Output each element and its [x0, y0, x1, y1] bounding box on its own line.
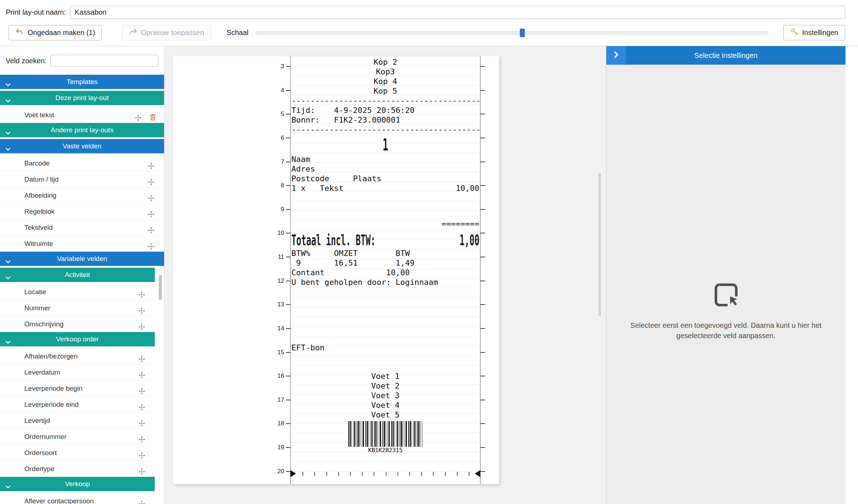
resize-handle-right[interactable] [475, 470, 480, 477]
section-this-layout-label: Deze print lay-out [55, 94, 109, 102]
section-this-layout[interactable]: Deze print lay-out [0, 91, 164, 105]
receipt-line[interactable]: ---------------------------------------- [291, 125, 480, 134]
section-variable-fields[interactable]: Variabele velden [0, 252, 164, 266]
ruler-tick [480, 328, 487, 352]
receipt-line[interactable]: 9 16,51 1,49 [291, 258, 480, 268]
section-sales-order[interactable]: Verkoop order [0, 332, 155, 346]
field-item[interactable]: Aflever contactpersoon [0, 493, 155, 504]
receipt-line[interactable]: Kop 2 [291, 57, 480, 67]
receipt-line[interactable]: Kop 4 [291, 76, 480, 86]
undo-button[interactable]: Ongedaan maken (1) [9, 25, 102, 40]
receipt-line[interactable]: Tijd: 4-9-2025 20:56:20 [291, 105, 480, 115]
ruler-tick [480, 257, 487, 281]
field-item[interactable]: Ordernummer [0, 429, 155, 445]
receipt-total-line[interactable]: Totaal incl. BTW: 1,00 [291, 229, 480, 248]
field-item[interactable]: Ordersoort [0, 445, 155, 461]
receipt-btw-block[interactable]: BTW% OMZET BTW 9 16,51 1,49 Contant 10,0… [291, 248, 480, 287]
receipt-line[interactable]: BTW% OMZET BTW [291, 248, 480, 258]
section-other-layouts[interactable]: Andere print lay-outs [0, 123, 164, 137]
layout-field-item[interactable]: Voet tekst [0, 107, 164, 123]
field-item[interactable]: Leverdatum [0, 364, 155, 380]
field-item-label: Locatie [0, 288, 46, 296]
bottom-ruler [291, 472, 480, 476]
receipt-line[interactable]: Kop 5 [291, 86, 480, 96]
section-fixed-fields[interactable]: Vaste velden [0, 139, 164, 153]
field-item[interactable]: Ordertype [0, 461, 155, 477]
receipt-eft-line[interactable]: EFT-bon [291, 343, 480, 352]
field-item[interactable]: Levertijd [0, 412, 155, 429]
section-activity[interactable]: Activiteit [0, 268, 155, 282]
redo-button[interactable]: Opnieuw toepassen [122, 25, 211, 40]
move-icon[interactable] [138, 497, 146, 504]
section-fixed-fields-label: Vaste velden [63, 142, 101, 150]
receipt-big-number[interactable]: 1 [291, 134, 480, 154]
field-item[interactable]: Locatie [0, 284, 155, 300]
field-item[interactable]: Barcode [0, 155, 164, 171]
settings-label: Instellingen [802, 29, 838, 37]
ruler-tick [480, 138, 487, 162]
field-search-input[interactable] [50, 55, 158, 67]
receipt-line[interactable]: Naam [291, 154, 480, 164]
field-item[interactable]: Omschrijving [0, 316, 155, 332]
receipt-line[interactable]: Voet 2 [291, 381, 480, 391]
ruler-tick [480, 90, 487, 114]
receipt-line[interactable]: ---------------------------------------- [291, 96, 480, 105]
resize-handle-left[interactable] [290, 470, 296, 477]
field-item[interactable]: Leverperiode begin [0, 380, 155, 396]
receipt-address-block[interactable]: Naam Adres Postcode Plaats [291, 154, 480, 183]
ruler-tick [480, 424, 487, 448]
receipt-line[interactable]: Postcode Plaats [291, 174, 480, 183]
section-other-layouts-label: Andere print lay-outs [51, 126, 113, 134]
settings-button[interactable]: Instellingen [783, 25, 845, 40]
field-item[interactable]: Regelblok [0, 203, 164, 219]
field-item[interactable]: Afhalen/bezorgen [0, 348, 155, 364]
field-item[interactable]: Nummer [0, 300, 155, 316]
layout-name-label: Print lay-out naam: [6, 8, 66, 16]
vertical-ruler: 3 4 5 6 [258, 66, 291, 495]
sidebar-scrollbar-thumb[interactable] [159, 275, 162, 300]
right-edge-ticks [480, 66, 487, 495]
collapse-panel-button[interactable] [606, 46, 626, 65]
field-item-label: Nummer [0, 304, 50, 312]
canvas-scrollbar-thumb[interactable] [598, 173, 601, 316]
scale-slider-thumb[interactable] [520, 29, 525, 37]
receipt-line[interactable]: Contant 10,00 [291, 268, 480, 277]
key-icon [790, 28, 799, 38]
receipt-header-block[interactable]: Kop 2 Kop3 Kop 4 Kop 5 -----------------… [291, 57, 480, 134]
receipt-line[interactable]: Voet 3 [291, 391, 480, 400]
receipt-line[interactable]: U bent geholpen door: Loginnaam [291, 277, 480, 287]
receipt-footer-block[interactable]: Voet 1 Voet 2 Voet 3 Voet 4 Voet 5 [291, 371, 480, 420]
barcode-image[interactable] [348, 421, 423, 447]
scale-slider-track[interactable] [256, 31, 768, 35]
field-item[interactable]: Leverperiode eind [0, 396, 155, 412]
field-item[interactable]: Datum / tijd [0, 171, 164, 187]
receipt-line[interactable]: Voet 5 [291, 410, 480, 420]
receipt-page[interactable]: Kop 2 Kop3 Kop 4 Kop 5 -----------------… [173, 56, 499, 484]
field-item[interactable]: Witruimte [0, 236, 164, 252]
field-item[interactable]: Afbeelding [0, 187, 164, 203]
panel-title: Selectie instellingen [626, 46, 826, 65]
ruler-tick [480, 114, 487, 138]
section-templates[interactable]: Templates [0, 75, 164, 89]
receipt-line[interactable]: Bonnr: F1K2-23.000001 [291, 115, 480, 125]
field-item-label: Afbeelding [0, 192, 56, 199]
field-item-label: Afhalen/bezorgen [0, 352, 78, 360]
design-canvas[interactable]: Kop 2 Kop3 Kop 4 Kop 5 -----------------… [164, 46, 606, 504]
scale-label: Schaal [227, 29, 248, 37]
redo-label: Opnieuw toepassen [141, 29, 204, 37]
section-activity-label: Activiteit [65, 271, 90, 278]
field-item-label: Omschrijving [0, 320, 64, 328]
layout-name-input[interactable] [70, 6, 845, 19]
field-item-label: Leverdatum [0, 369, 60, 376]
receipt-equals-line[interactable]: ======== [291, 219, 480, 229]
receipt-line[interactable]: Adres [291, 164, 480, 174]
receipt-line[interactable]: Kop3 [291, 67, 480, 76]
receipt-preview[interactable]: Kop 2 Kop3 Kop 4 Kop 5 -----------------… [290, 56, 480, 484]
receipt-item-line[interactable]: 1 x Tekst 10,00 [291, 183, 480, 193]
receipt-line[interactable]: Voet 1 [291, 371, 480, 381]
receipt-line[interactable]: Voet 4 [291, 400, 480, 410]
ruler-tick [480, 162, 487, 186]
scale-slider[interactable] [256, 25, 768, 40]
field-item[interactable]: Tekstveld [0, 219, 164, 236]
section-sales[interactable]: Verkoop [0, 477, 155, 491]
